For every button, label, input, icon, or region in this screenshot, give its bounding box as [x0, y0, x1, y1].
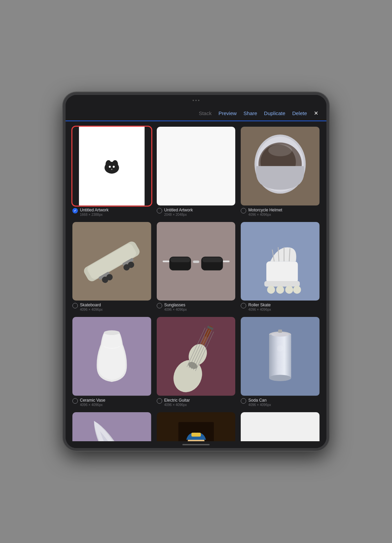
item-size-9: 4096 × 4096px	[248, 403, 271, 407]
item-text-6: Roller Skate4096 × 4096px	[248, 303, 271, 311]
gallery-grid: Untitled Artwork1668 × 2388px Untitled A…	[72, 127, 320, 441]
gallery-item-3[interactable]: Motorcycle Helmet4096 × 4096px	[241, 127, 320, 217]
item-name-9: Soda Can	[248, 398, 271, 403]
share-button[interactable]: Share	[243, 110, 257, 116]
gallery-item-4[interactable]: Skateboard4096 × 4096px	[72, 222, 151, 312]
item-size-3: 4096 × 4096px	[248, 213, 282, 217]
radio-circle-2[interactable]	[157, 208, 162, 213]
item-name-2: Untitled Artwork	[164, 208, 193, 212]
duplicate-button[interactable]: Duplicate	[264, 110, 285, 116]
gallery-item-6[interactable]: Roller Skate4096 × 4096px	[241, 222, 320, 312]
radio-checked-1[interactable]	[72, 208, 78, 213]
gallery-scroll[interactable]: Untitled Artwork1668 × 2388px Untitled A…	[66, 121, 326, 441]
thumbnail-8[interactable]	[157, 317, 236, 396]
thumbnail-11[interactable]	[157, 412, 236, 441]
item-name-5: Sunglasses	[164, 303, 187, 307]
item-name-6: Roller Skate	[248, 303, 271, 307]
gallery-item-10[interactable]: Surfboard4096 × 4096px	[72, 412, 151, 441]
svg-point-4	[109, 166, 111, 168]
svg-point-6	[111, 169, 112, 170]
svg-rect-70	[241, 412, 320, 441]
gallery-item-2[interactable]: Untitled Artwork2048 × 2048px	[157, 127, 236, 217]
close-button[interactable]: ✕	[314, 110, 318, 116]
gallery-item-7[interactable]: Ceramic Vase4096 × 4096px	[72, 317, 151, 407]
thumbnail-7[interactable]	[72, 317, 151, 396]
thumbnail-10[interactable]	[72, 412, 151, 441]
svg-point-36	[285, 286, 293, 294]
item-label-row-5: Sunglasses4096 × 4096px	[157, 303, 236, 311]
ipad-frame: Stack Preview Share Duplicate Delete ✕ U…	[63, 92, 329, 451]
item-text-4: Skateboard4096 × 4096px	[80, 303, 102, 311]
radio-circle-6[interactable]	[241, 303, 246, 308]
thumbnail-4[interactable]	[72, 222, 151, 301]
svg-point-5	[113, 166, 115, 168]
camera-indicators	[193, 100, 199, 101]
item-text-5: Sunglasses4096 × 4096px	[164, 303, 187, 311]
item-size-7: 4096 × 4096px	[80, 403, 105, 407]
radio-circle-7[interactable]	[72, 398, 78, 404]
svg-point-62	[277, 345, 283, 351]
item-size-4: 4096 × 4096px	[80, 308, 102, 311]
thumbnail-1[interactable]	[72, 127, 151, 206]
thumbnail-3[interactable]	[241, 127, 320, 206]
svg-rect-25	[222, 261, 229, 262]
header: Stack Preview Share Duplicate Delete ✕	[66, 105, 326, 116]
item-size-5: 4096 × 4096px	[164, 308, 187, 311]
item-size-1: 1668 × 2388px	[80, 213, 109, 217]
gallery-item-9[interactable]: Soda Can4096 × 4096px	[241, 317, 320, 407]
gallery-item-1[interactable]: Untitled Artwork1668 × 2388px	[72, 127, 151, 217]
svg-rect-30	[202, 257, 222, 262]
radio-circle-5[interactable]	[157, 303, 162, 308]
thumbnail-9[interactable]	[241, 317, 320, 396]
item-name-1: Untitled Artwork	[80, 208, 109, 212]
delete-button[interactable]: Delete	[292, 110, 307, 116]
item-name-3: Motorcycle Helmet	[248, 208, 282, 212]
svg-rect-61	[278, 330, 282, 333]
item-size-6: 4096 × 4096px	[248, 308, 271, 311]
home-bar	[182, 444, 210, 445]
gallery-item-11[interactable]: Untitled Artwork2048 × 2048px	[157, 412, 236, 441]
stack-button[interactable]: Stack	[199, 110, 212, 116]
svg-point-13	[268, 144, 292, 156]
item-label-row-8: Electric Guitar4096 × 4096px	[157, 398, 236, 407]
preview-button[interactable]: Preview	[219, 110, 237, 116]
svg-rect-68	[191, 433, 201, 437]
item-name-7: Ceramic Vase	[80, 398, 105, 403]
gallery-item-5[interactable]: Sunglasses4096 × 4096px	[157, 222, 236, 312]
item-text-1: Untitled Artwork1668 × 2388px	[80, 208, 109, 217]
svg-rect-7	[157, 127, 236, 206]
item-label-row-7: Ceramic Vase4096 × 4096px	[72, 398, 151, 407]
app-content: Stack Preview Share Duplicate Delete ✕ U…	[66, 105, 326, 441]
gallery-item-12[interactable]: Untitled Artwork2048 × 2048px	[241, 412, 320, 441]
svg-rect-24	[163, 261, 170, 262]
svg-rect-63	[72, 412, 151, 441]
radio-circle-8[interactable]	[157, 398, 162, 404]
svg-rect-32	[266, 261, 298, 283]
item-text-9: Soda Can4096 × 4096px	[248, 398, 271, 407]
item-text-3: Motorcycle Helmet4096 × 4096px	[248, 208, 282, 217]
gallery-item-8[interactable]: Electric Guitar4096 × 4096px	[157, 317, 236, 407]
svg-point-59	[269, 375, 291, 381]
item-label-row-4: Skateboard4096 × 4096px	[72, 303, 151, 311]
item-text-8: Electric Guitar4096 × 4096px	[164, 398, 190, 407]
item-label-row-1: Untitled Artwork1668 × 2388px	[72, 208, 151, 217]
svg-point-60	[271, 333, 289, 337]
svg-point-43	[104, 331, 120, 335]
svg-point-37	[293, 286, 301, 294]
ipad-top-bar	[66, 95, 326, 105]
item-text-7: Ceramic Vase4096 × 4096px	[80, 398, 105, 407]
svg-rect-27	[193, 261, 199, 263]
radio-circle-3[interactable]	[241, 208, 246, 213]
item-label-row-6: Roller Skate4096 × 4096px	[241, 303, 320, 311]
thumbnail-5[interactable]	[157, 222, 236, 301]
thumbnail-12[interactable]	[241, 412, 320, 441]
item-name-4: Skateboard	[80, 303, 102, 307]
thumbnail-2[interactable]	[157, 127, 236, 206]
item-label-row-9: Soda Can4096 × 4096px	[241, 398, 320, 407]
radio-circle-9[interactable]	[241, 398, 246, 404]
item-size-8: 4096 × 4096px	[164, 403, 190, 407]
thumbnail-6[interactable]	[241, 222, 320, 301]
radio-circle-4[interactable]	[72, 303, 78, 308]
item-text-2: Untitled Artwork2048 × 2048px	[164, 208, 193, 217]
ipad-bottom-bar	[66, 441, 326, 448]
